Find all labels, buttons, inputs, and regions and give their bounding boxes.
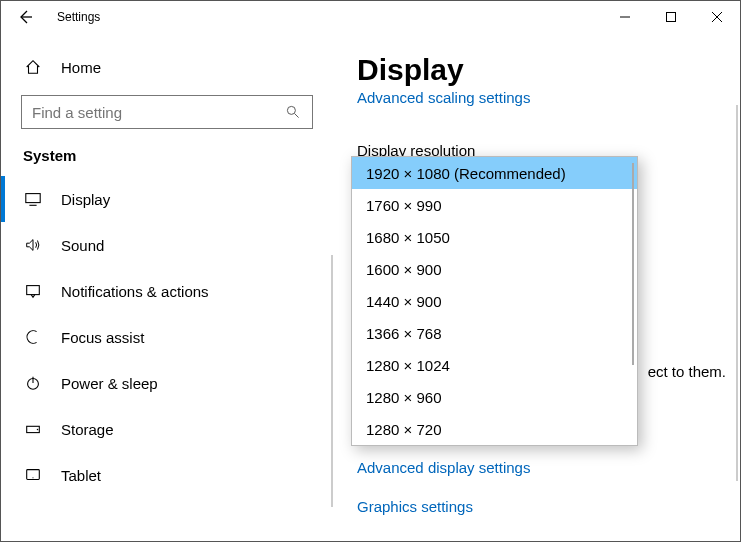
nav-list: DisplaySoundNotifications & actionsFocus… [1, 176, 333, 498]
nav-item-label: Power & sleep [61, 375, 158, 392]
svg-rect-1 [667, 13, 676, 22]
nav-item-display[interactable]: Display [1, 176, 333, 222]
advanced-scaling-link[interactable]: Advanced scaling settings [357, 89, 716, 106]
display-icon [23, 189, 43, 209]
nav-item-label: Display [61, 191, 110, 208]
power-icon [23, 373, 43, 393]
category-heading: System [1, 147, 333, 164]
search-box[interactable] [21, 95, 313, 129]
nav-item-label: Storage [61, 421, 114, 438]
search-icon [284, 103, 302, 121]
home-label: Home [61, 59, 101, 76]
tablet-icon [23, 465, 43, 485]
nav-item-label: Notifications & actions [61, 283, 209, 300]
minimize-button[interactable] [602, 1, 648, 33]
page-title: Display [357, 53, 716, 87]
advanced-display-link[interactable]: Advanced display settings [357, 459, 716, 476]
titlebar: Settings [1, 1, 740, 33]
dropdown-option[interactable]: 1280 × 720 [352, 413, 637, 445]
svg-rect-6 [26, 194, 40, 203]
window-controls [602, 1, 740, 33]
svg-rect-8 [27, 286, 40, 295]
app-title: Settings [57, 10, 100, 24]
dropdown-option[interactable]: 1280 × 960 [352, 381, 637, 413]
resolution-dropdown[interactable]: 1920 × 1080 (Recommended)1760 × 9901680 … [351, 156, 638, 446]
nav-item-focus[interactable]: Focus assist [1, 314, 333, 360]
svg-point-4 [287, 106, 295, 114]
dropdown-option[interactable]: 1280 × 1024 [352, 349, 637, 381]
nav-item-label: Tablet [61, 467, 101, 484]
svg-point-14 [32, 477, 33, 478]
storage-icon [23, 419, 43, 439]
close-button[interactable] [694, 1, 740, 33]
dropdown-option[interactable]: 1920 × 1080 (Recommended) [352, 157, 637, 189]
nav-item-label: Focus assist [61, 329, 144, 346]
notifications-icon [23, 281, 43, 301]
dropdown-scrollbar[interactable] [632, 163, 634, 365]
dropdown-option[interactable]: 1366 × 768 [352, 317, 637, 349]
partial-text: ect to them. [648, 363, 726, 380]
dropdown-option[interactable]: 1600 × 900 [352, 253, 637, 285]
back-button[interactable] [13, 5, 37, 29]
nav-item-label: Sound [61, 237, 104, 254]
home-icon [23, 57, 43, 77]
dropdown-option[interactable]: 1760 × 990 [352, 189, 637, 221]
home-nav[interactable]: Home [1, 57, 333, 77]
maximize-button[interactable] [648, 1, 694, 33]
nav-item-storage[interactable]: Storage [1, 406, 333, 452]
dropdown-option[interactable]: 1680 × 1050 [352, 221, 637, 253]
main-scrollbar[interactable] [736, 105, 738, 481]
nav-item-tablet[interactable]: Tablet [1, 452, 333, 498]
settings-window: Settings Home [0, 0, 741, 542]
dropdown-option[interactable]: 1440 × 900 [352, 285, 637, 317]
nav-item-sound[interactable]: Sound [1, 222, 333, 268]
nav-item-notifications[interactable]: Notifications & actions [1, 268, 333, 314]
svg-point-12 [37, 429, 38, 430]
svg-line-5 [295, 114, 299, 118]
focus-icon [23, 327, 43, 347]
search-input[interactable] [32, 104, 284, 121]
titlebar-left: Settings [1, 1, 100, 33]
sound-icon [23, 235, 43, 255]
graphics-settings-link[interactable]: Graphics settings [357, 498, 716, 515]
nav-item-power[interactable]: Power & sleep [1, 360, 333, 406]
sidebar: Home System DisplaySoundNotifications & … [1, 33, 333, 541]
